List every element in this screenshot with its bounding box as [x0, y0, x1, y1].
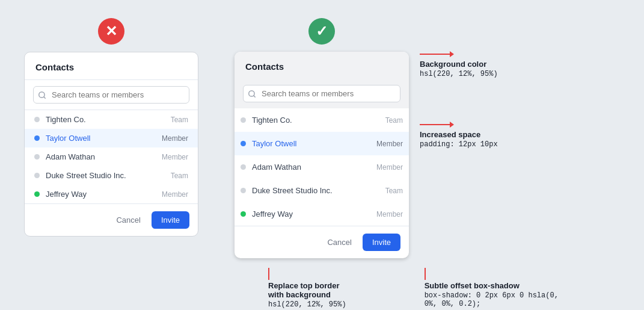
good-search-wrapper	[235, 79, 409, 108]
bad-search-input[interactable]	[33, 86, 189, 104]
item-type: Member	[376, 163, 403, 172]
bad-example-section: ✕ Contacts Tighten Co. Team	[24, 18, 198, 237]
item-name: Jeffrey Way	[46, 190, 162, 199]
item-name: Duke Street Studio Inc.	[252, 186, 385, 195]
item-name: Adam Wathan	[46, 152, 162, 161]
bottom-left-annotation: Replace top borderwith background hsl(22…	[268, 268, 346, 309]
svg-line-1	[44, 96, 46, 98]
dot-icon	[34, 117, 40, 122]
item-type: Team	[385, 187, 403, 195]
bottom-right-annotation: Subtle offset box-shadow box-shadow: 0 2…	[425, 268, 559, 309]
bad-search-wrapper	[25, 80, 198, 110]
bad-dialog-card: Contacts Tighten Co. Team Tay	[24, 52, 198, 237]
good-example-section: ✓ Contacts	[235, 18, 559, 309]
item-type: Member	[376, 140, 403, 148]
annotation-code: hsl(220, 12%, 95%)	[420, 70, 498, 78]
bad-list: Tighten Co. Team Taylor Otwell Member Ad…	[25, 110, 198, 203]
annotation-code: box-shadow: 0 2px 6px 0 hsla(0,0%, 0%, 0…	[425, 291, 559, 308]
arrow-head	[450, 122, 454, 128]
bad-dialog-title: Contacts	[25, 52, 198, 80]
bad-invite-button[interactable]: Invite	[152, 211, 189, 229]
item-type: Team	[385, 116, 403, 125]
item-name: Tighten Co.	[46, 115, 171, 124]
bad-dialog-footer: Cancel Invite	[25, 203, 198, 236]
search-icon	[38, 91, 46, 99]
item-type: Team	[171, 172, 188, 180]
dot-icon	[34, 154, 40, 160]
list-item[interactable]: Adam Wathan Member	[235, 155, 409, 179]
dot-icon	[34, 191, 40, 197]
good-dialog-title: Contacts	[235, 52, 409, 79]
annotation-arrow-row	[420, 122, 498, 128]
item-name: Taylor Otwell	[46, 134, 162, 143]
good-badge: ✓	[308, 18, 335, 45]
good-search-field-wrapper	[243, 85, 400, 102]
dot-icon	[241, 188, 246, 193]
svg-line-3	[254, 95, 256, 97]
arrow-head	[450, 51, 454, 57]
list-item[interactable]: Duke Street Studio Inc. Team	[235, 179, 409, 202]
arrow-line	[420, 54, 450, 55]
item-name: Adam Wathan	[252, 163, 376, 172]
list-item[interactable]: Tighten Co. Team	[25, 110, 198, 129]
good-cancel-button[interactable]: Cancel	[321, 234, 357, 250]
annotation-code: hsl(220, 12%, 95%)	[268, 300, 346, 309]
bottom-annotations: Replace top borderwith background hsl(22…	[235, 268, 559, 309]
list-item[interactable]: Jeffrey Way Member	[25, 185, 198, 203]
dot-icon	[34, 173, 40, 178]
good-search-input[interactable]	[243, 85, 400, 102]
good-dialog-card: Contacts Tighten Co.	[235, 52, 409, 258]
bad-search-field-wrapper	[33, 86, 189, 104]
vertical-line	[268, 268, 269, 280]
arrow-line	[420, 124, 450, 125]
dot-icon	[241, 141, 246, 146]
item-name: Tighten Co.	[252, 116, 385, 125]
item-name: Taylor Otwell	[252, 139, 376, 148]
annotation-code: padding: 12px 10px	[420, 140, 498, 149]
annotation-title: Subtle offset box-shadow	[425, 281, 559, 290]
item-type: Member	[162, 134, 188, 143]
bg-color-annotation: Background color hsl(220, 12%, 95%)	[420, 51, 498, 78]
item-type: Member	[162, 153, 188, 161]
bad-cancel-button[interactable]: Cancel	[110, 212, 146, 228]
dot-icon	[241, 211, 246, 217]
item-name: Jeffrey Way	[252, 209, 376, 219]
item-type: Member	[376, 210, 403, 219]
main-container: ✕ Contacts Tighten Co. Team	[24, 18, 620, 309]
list-item[interactable]: Taylor Otwell Member	[235, 132, 409, 155]
list-item[interactable]: Tighten Co. Team	[235, 108, 409, 132]
list-item[interactable]: Adam Wathan Member	[25, 147, 198, 166]
list-item[interactable]: Taylor Otwell Member	[25, 129, 198, 147]
item-type: Member	[162, 190, 188, 199]
good-dialog-footer: Cancel Invite	[235, 226, 409, 258]
spacing-annotation: Increased space padding: 12px 10px	[420, 122, 498, 149]
list-item[interactable]: Jeffrey Way Member	[235, 202, 409, 226]
dot-icon	[34, 135, 40, 141]
bad-badge: ✕	[98, 18, 124, 45]
vertical-line	[425, 268, 426, 280]
right-annotations: Background color hsl(220, 12%, 95%) Incr…	[420, 18, 498, 149]
item-type: Team	[171, 116, 188, 124]
annotation-title: Replace top borderwith background	[268, 281, 346, 299]
list-item[interactable]: Duke Street Studio Inc. Team	[25, 166, 198, 185]
annotation-title: Increased space	[420, 130, 498, 139]
right-top: ✓ Contacts	[235, 18, 498, 258]
good-invite-button[interactable]: Invite	[363, 234, 400, 251]
search-icon	[248, 90, 256, 98]
good-list: Tighten Co. Team Taylor Otwell Member Ad…	[235, 108, 409, 226]
dot-icon	[241, 164, 246, 170]
annotation-title: Background color	[420, 60, 498, 69]
annotation-arrow-row	[420, 51, 498, 57]
good-dialog-wrapper: ✓ Contacts	[235, 18, 409, 258]
dot-icon	[241, 117, 246, 123]
item-name: Duke Street Studio Inc.	[46, 171, 171, 180]
